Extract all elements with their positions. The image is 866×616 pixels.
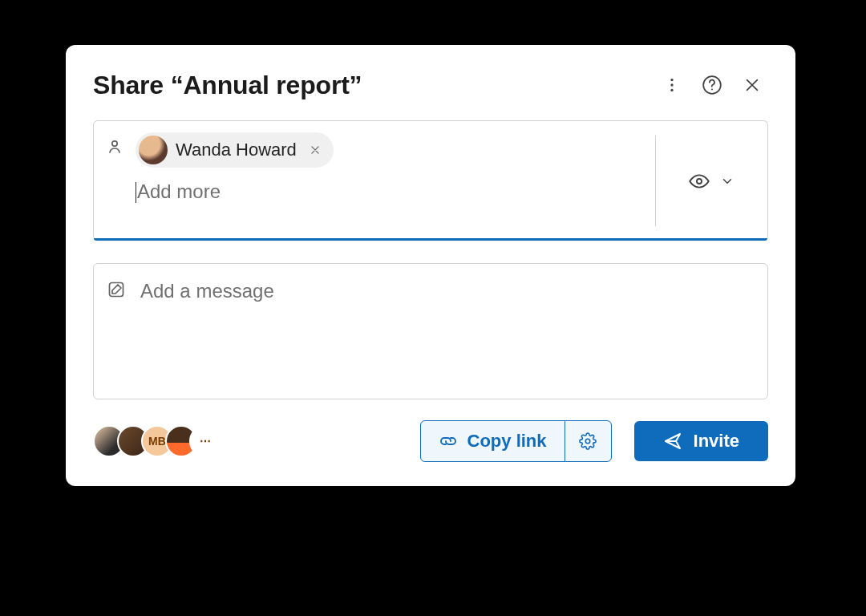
- send-icon: [663, 432, 682, 451]
- dialog-title: Share “Annual report”: [93, 71, 648, 100]
- link-icon: [439, 432, 458, 451]
- avatar-overflow[interactable]: ⋯: [189, 425, 221, 457]
- message-field[interactable]: [93, 263, 768, 399]
- dialog-header: Share “Annual report”: [93, 69, 768, 101]
- svg-point-4: [711, 88, 713, 90]
- copy-link-group: Copy link: [420, 420, 612, 462]
- svg-point-0: [670, 79, 673, 81]
- more-options-button[interactable]: [656, 69, 688, 101]
- dialog-footer: MB ⋯ Copy link Invite: [93, 420, 768, 462]
- person-chip[interactable]: Wanda Howard: [136, 132, 334, 168]
- svg-point-1: [670, 83, 673, 86]
- remove-person-button[interactable]: [305, 140, 326, 160]
- permission-dropdown[interactable]: [655, 121, 767, 241]
- shared-with-avatars[interactable]: MB ⋯: [93, 425, 221, 457]
- svg-point-6: [697, 178, 702, 183]
- people-picker-body: Wanda Howard: [136, 132, 645, 229]
- close-button[interactable]: [736, 69, 768, 101]
- more-vertical-icon: [663, 76, 681, 94]
- chevron-down-icon: [720, 174, 734, 188]
- people-picker-left: Wanda Howard: [94, 121, 655, 241]
- add-more-wrapper: [136, 179, 645, 208]
- close-icon: [743, 76, 761, 94]
- people-picker-field[interactable]: Wanda Howard: [93, 120, 768, 241]
- eye-icon: [688, 170, 710, 192]
- link-settings-button[interactable]: [565, 421, 611, 461]
- svg-point-5: [112, 141, 117, 146]
- invite-label: Invite: [694, 431, 739, 452]
- message-input[interactable]: [139, 278, 755, 349]
- svg-rect-7: [110, 283, 123, 297]
- compose-icon: [107, 280, 126, 302]
- share-dialog: Share “Annual report” Wanda Howard: [66, 45, 795, 486]
- svg-point-2: [670, 89, 673, 91]
- svg-point-8: [585, 439, 590, 444]
- close-icon: [310, 144, 321, 156]
- copy-link-label: Copy link: [467, 431, 547, 452]
- invite-button[interactable]: Invite: [634, 421, 768, 461]
- help-icon: [702, 75, 722, 95]
- add-more-input[interactable]: [136, 179, 645, 208]
- help-button[interactable]: [696, 69, 728, 101]
- gear-icon: [579, 432, 597, 450]
- person-chip-name: Wanda Howard: [176, 140, 297, 160]
- person-icon: [105, 132, 124, 229]
- avatar: [139, 136, 168, 164]
- copy-link-button[interactable]: Copy link: [421, 421, 565, 461]
